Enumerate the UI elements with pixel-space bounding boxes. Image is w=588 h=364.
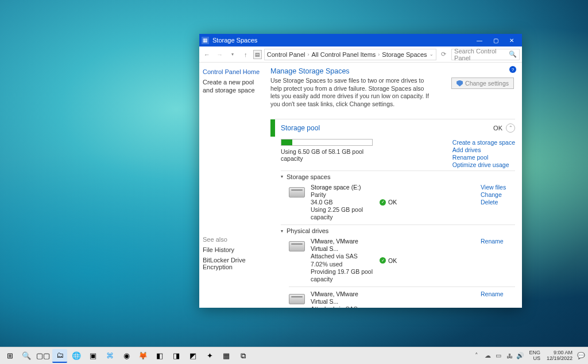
up-button[interactable]: ↑ xyxy=(240,49,250,60)
refresh-button[interactable]: ⟳ xyxy=(439,49,449,60)
physical-drive-row: VMware, VMware Virtual S... Attached via… xyxy=(289,238,515,283)
maximize-button[interactable]: ▢ xyxy=(488,35,504,45)
pool-name: Storage pool xyxy=(281,124,320,132)
drive-used: 7.02% used xyxy=(311,261,374,268)
see-also-label: See also xyxy=(203,236,265,243)
storage-spaces-window: ▦ Storage Spaces — ▢ ✕ ← → ▾ ↑ ▤ Control… xyxy=(199,34,522,308)
search-placeholder: Search Control Panel xyxy=(454,48,509,61)
clock[interactable]: 9:00 AM12/19/2022 xyxy=(547,350,572,362)
rename-drive-link[interactable]: Rename xyxy=(481,291,515,297)
spaces-section-header[interactable]: ▾ Storage spaces xyxy=(281,173,515,180)
collapse-button[interactable]: ⌃ xyxy=(506,123,515,133)
window-title: Storage Spaces xyxy=(212,37,471,44)
edge-icon[interactable]: 🌐 xyxy=(69,349,84,363)
pool-usage-bar xyxy=(281,139,373,146)
caret-down-icon: ▾ xyxy=(281,174,283,179)
explorer-icon[interactable]: 🗂 xyxy=(52,349,67,363)
notifications-icon[interactable]: 💬 xyxy=(577,351,586,361)
app-icon-4[interactable]: ✦ xyxy=(202,349,217,363)
terminal-icon[interactable]: ▣ xyxy=(86,349,100,363)
chrome-icon[interactable]: ◉ xyxy=(119,349,134,363)
close-button[interactable]: ✕ xyxy=(504,35,520,45)
drive-icon xyxy=(289,187,305,198)
titlebar[interactable]: ▦ Storage Spaces — ▢ ✕ xyxy=(199,34,522,47)
rename-pool-link[interactable]: Rename pool xyxy=(452,154,515,161)
drive-attach: Attached via SAS xyxy=(311,305,374,308)
caret-down-icon: ▾ xyxy=(281,229,283,234)
view-files-link[interactable]: View files xyxy=(481,184,515,191)
pool-actions: Create a storage space Add drives Rename… xyxy=(452,139,515,168)
storage-space-row: Storage space (E:) Parity 34.0 GB Using … xyxy=(289,184,515,222)
storage-pool-block: Storage pool OK ⌃ Using 6.50 GB of 58.1 … xyxy=(270,119,515,308)
drive-title: VMware, VMware Virtual S... xyxy=(311,291,374,305)
crumb-all[interactable]: All Control Panel Items xyxy=(311,51,376,58)
task-view-icon[interactable]: ▢▢ xyxy=(36,349,51,363)
add-drives-link[interactable]: Add drives xyxy=(452,146,515,153)
language-indicator[interactable]: ENGUS xyxy=(529,350,540,362)
taskbar[interactable]: ⊞ 🔍 ▢▢ 🗂 🌐 ▣ ⌘ ◉ 🦊 ◧ ◨ ◩ ✦ ▦ ⧉ ˄ ☁ ▭ 🖧 🔊… xyxy=(0,347,588,364)
vscode-icon[interactable]: ⌘ xyxy=(102,349,117,363)
app-icon-3[interactable]: ◩ xyxy=(185,349,200,363)
main-pane: ? Manage Storage Spaces Use Storage Spac… xyxy=(268,63,522,308)
create-pool-link[interactable]: Create a new pool and storage space xyxy=(203,79,265,95)
space-status: ✓ OK xyxy=(380,184,414,222)
search-input[interactable]: Search Control Panel 🔍 xyxy=(451,49,520,60)
chevron-right-icon: › xyxy=(378,52,380,57)
crumb-current[interactable]: Storage Spaces xyxy=(382,51,427,58)
bitlocker-link[interactable]: BitLocker Drive Encryption xyxy=(203,257,265,270)
drive-attach: Attached via SAS xyxy=(311,253,374,260)
pool-status: OK xyxy=(493,125,502,131)
back-button[interactable]: ← xyxy=(202,49,212,60)
physical-drive-row: VMware, VMware Virtual S... Attached via… xyxy=(289,291,515,308)
drive-provide: Providing 19.7 GB pool capacity xyxy=(311,268,374,283)
breadcrumb[interactable]: Control Panel› All Control Panel Items› … xyxy=(264,49,436,60)
start-button[interactable]: ⊞ xyxy=(2,349,17,363)
space-title: Storage space (E:) xyxy=(311,184,374,191)
location-icon: ▤ xyxy=(253,50,262,59)
physical-drives-section: ▾ Physical drives VMware, VMware Virtual… xyxy=(281,224,515,308)
nav-toolbar: ← → ▾ ↑ ▤ Control Panel› All Control Pan… xyxy=(199,47,522,63)
app-icon-5[interactable]: ▦ xyxy=(219,349,234,363)
chevron-right-icon: › xyxy=(307,52,309,57)
control-panel-home-link[interactable]: Control Panel Home xyxy=(203,68,265,75)
file-history-link[interactable]: File History xyxy=(203,246,265,253)
firefox-icon[interactable]: 🦊 xyxy=(136,349,150,363)
app-icon: ▦ xyxy=(202,37,209,44)
search-taskbar-icon[interactable]: 🔍 xyxy=(19,349,34,363)
crumb-root[interactable]: Control Panel xyxy=(267,51,305,58)
change-settings-button[interactable]: Change settings xyxy=(451,78,514,89)
page-heading: Manage Storage Spaces xyxy=(270,67,515,75)
optimize-link[interactable]: Optimize drive usage xyxy=(452,161,515,168)
pool-usage-text: Using 6.50 GB of 58.1 GB pool capacity xyxy=(281,148,373,162)
create-space-link[interactable]: Create a storage space xyxy=(452,139,515,146)
page-description: Use Storage Spaces to save files to two … xyxy=(270,77,431,109)
onedrive-icon[interactable]: ☁ xyxy=(483,351,492,361)
rename-drive-link[interactable]: Rename xyxy=(481,238,515,245)
drive-icon xyxy=(289,294,305,304)
storage-spaces-section: ▾ Storage spaces Storage space (E:) Pari… xyxy=(281,171,515,222)
app-icon-2[interactable]: ◨ xyxy=(169,349,184,363)
forward-button[interactable]: → xyxy=(214,49,225,60)
space-usage: Using 2.25 GB pool capacity xyxy=(311,206,374,221)
ok-icon: ✓ xyxy=(380,199,386,206)
network-icon[interactable]: 🖧 xyxy=(505,351,514,361)
search-icon: 🔍 xyxy=(509,51,517,58)
app-icon-1[interactable]: ◧ xyxy=(152,349,167,363)
minimize-button[interactable]: — xyxy=(471,35,488,45)
drives-section-header[interactable]: ▾ Physical drives xyxy=(281,227,515,234)
tray-up-icon[interactable]: ˄ xyxy=(472,351,481,361)
battery-icon[interactable]: ▭ xyxy=(494,351,503,361)
change-space-link[interactable]: Change xyxy=(481,191,515,198)
space-type: Parity xyxy=(311,191,374,199)
drive-title: VMware, VMware Virtual S... xyxy=(311,238,374,253)
recent-dropdown[interactable]: ▾ xyxy=(227,49,238,60)
help-icon[interactable]: ? xyxy=(509,66,516,73)
crumb-dropdown[interactable]: ⌄ xyxy=(430,52,434,57)
app-icon-6[interactable]: ⧉ xyxy=(235,349,250,363)
pool-header[interactable]: Storage pool OK ⌃ xyxy=(270,119,515,137)
delete-space-link[interactable]: Delete xyxy=(481,199,515,206)
shield-icon xyxy=(457,80,463,87)
sound-icon[interactable]: 🔊 xyxy=(516,351,525,361)
left-pane: Control Panel Home Create a new pool and… xyxy=(199,63,268,308)
pool-color-bar xyxy=(270,119,275,137)
